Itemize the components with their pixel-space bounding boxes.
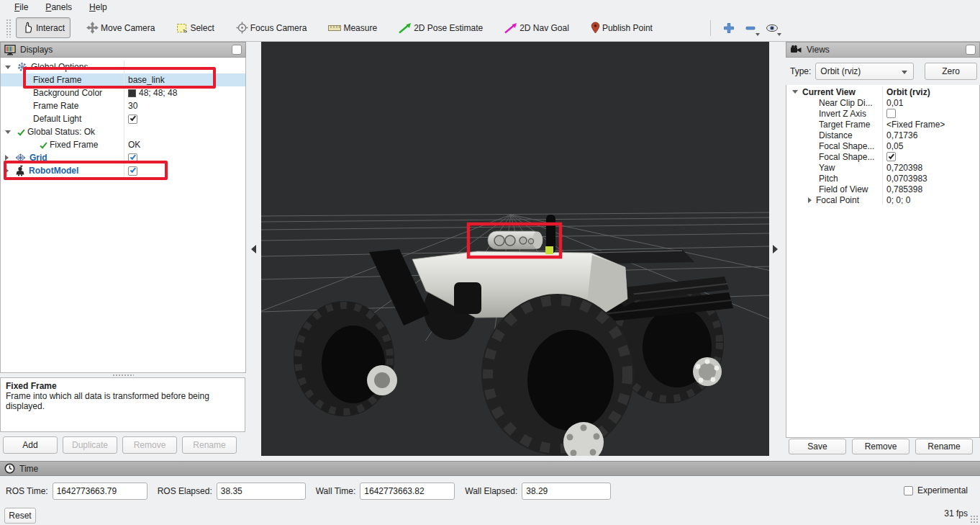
fixed-frame-value[interactable]: base_link: [124, 73, 245, 86]
display-row-default-light[interactable]: Default Light: [1, 112, 245, 125]
remove-tool-button[interactable]: [740, 19, 761, 37]
tool-label: Select: [190, 23, 214, 33]
view-row-near-clip[interactable]: Near Clip Di... 0,01: [786, 97, 979, 108]
interact-tool-button[interactable]: Interact: [16, 17, 71, 38]
left-splitter[interactable]: [246, 42, 261, 456]
rename-view-button[interactable]: Rename: [915, 439, 973, 454]
move-camera-icon: [86, 22, 99, 34]
invert-z-checkbox[interactable]: [886, 109, 896, 118]
reset-button[interactable]: Reset: [4, 508, 36, 524]
ros-time-input[interactable]: [53, 483, 148, 500]
view-row-field-of-view[interactable]: Field of View 0,785398: [786, 184, 979, 194]
render-viewport-3d[interactable]: [261, 42, 769, 456]
remove-view-button[interactable]: Remove: [852, 439, 909, 454]
tool-label: 2D Pose Estimate: [414, 23, 483, 33]
display-row-grid[interactable]: Grid: [1, 151, 245, 164]
grid-checkbox[interactable]: [128, 153, 137, 163]
experimental-checkbox[interactable]: [904, 486, 913, 495]
remove-button[interactable]: Remove: [122, 436, 177, 454]
view-row-current-view[interactable]: Current View Orbit (rviz): [786, 86, 979, 97]
displays-panel-title: Displays: [20, 45, 227, 55]
display-row-frame-rate[interactable]: Frame Rate 30: [1, 99, 245, 112]
add-tool-button[interactable]: [718, 19, 740, 37]
background-color-value[interactable]: 48; 48; 48: [124, 86, 245, 99]
tool-label: Move Camera: [101, 23, 155, 33]
tool-visibility-button[interactable]: [761, 19, 783, 37]
hand-icon: [22, 22, 34, 34]
toolbar-drag-handle[interactable]: [6, 19, 12, 37]
wall-elapsed-input[interactable]: [522, 483, 611, 500]
expand-down-icon[interactable]: [792, 90, 798, 94]
display-row-global-status[interactable]: Global Status: Ok: [1, 125, 245, 138]
rviz-window: { "colors": { "viewport_background": "#2…: [0, 0, 980, 525]
frame-rate-value[interactable]: 30: [124, 99, 245, 112]
rename-button[interactable]: Rename: [182, 436, 237, 454]
status-ok-check-icon: [40, 141, 47, 149]
collapse-right-arrow-icon[interactable]: [773, 245, 778, 253]
add-tool-plus-icon: [723, 22, 735, 34]
add-button[interactable]: Add: [3, 436, 58, 454]
panel-float-button[interactable]: [232, 45, 242, 55]
focus-camera-icon: [236, 22, 248, 34]
measure-tool-button[interactable]: Measure: [322, 19, 383, 37]
robot-wheel-center: [481, 294, 634, 456]
chevron-down-icon: [902, 71, 907, 74]
displays-panel-header[interactable]: Displays: [0, 42, 246, 58]
ros-elapsed-input[interactable]: [217, 483, 306, 500]
tool-label: Measure: [343, 23, 377, 33]
menu-help[interactable]: Help: [82, 1, 114, 14]
pose-estimate-tool-button[interactable]: 2D Pose Estimate: [393, 18, 489, 38]
publish-point-tool-button[interactable]: Publish Point: [585, 17, 658, 38]
view-row-focal-shape-fixed[interactable]: Focal Shape...: [786, 151, 979, 162]
menu-panels[interactable]: Panels: [38, 1, 79, 14]
views-tree: Current View Orbit (rviz) Near Clip Di..…: [786, 85, 980, 438]
save-button[interactable]: Save: [789, 439, 846, 454]
displays-panel: Displays Global Options Fixed Frame base…: [0, 42, 246, 454]
robotmodel-checkbox[interactable]: [128, 166, 137, 176]
views-panel-header[interactable]: Views: [786, 42, 980, 58]
display-row-fixed-frame[interactable]: Fixed Frame base_link: [1, 73, 245, 86]
expand-right-icon[interactable]: [808, 197, 812, 203]
move-camera-tool-button[interactable]: Move Camera: [81, 17, 160, 38]
view-row-yaw[interactable]: Yaw 0,720398: [786, 162, 979, 173]
expand-down-icon[interactable]: [5, 66, 11, 69]
view-row-focal-shape-size[interactable]: Focal Shape... 0,05: [786, 140, 979, 151]
wall-time-input[interactable]: [360, 483, 455, 500]
collapse-left-arrow-icon[interactable]: [251, 245, 256, 253]
display-row-global-options[interactable]: Global Options: [1, 60, 245, 73]
time-panel-header[interactable]: Time: [0, 461, 980, 476]
panel-float-button[interactable]: [966, 45, 976, 55]
default-light-checkbox[interactable]: [128, 115, 137, 124]
view-row-pitch[interactable]: Pitch 0,0703983: [786, 173, 979, 184]
expand-right-icon[interactable]: [5, 155, 9, 161]
views-panel-title: Views: [807, 45, 961, 55]
display-row-robotmodel[interactable]: RobotModel: [1, 164, 245, 177]
zero-button[interactable]: Zero: [925, 63, 977, 80]
property-help-box: Fixed Frame Frame into which all data is…: [0, 377, 245, 432]
tool-label: Focus Camera: [250, 23, 307, 33]
display-row-fixed-frame-status[interactable]: Fixed Frame OK: [1, 138, 245, 151]
view-row-invert-z[interactable]: Invert Z Axis: [786, 108, 979, 119]
dropdown-arrow-icon: [756, 33, 760, 36]
right-splitter[interactable]: [769, 42, 786, 456]
window-resize-grip[interactable]: [970, 515, 979, 524]
view-type-combobox[interactable]: Orbit (rviz): [815, 63, 914, 80]
view-row-target-frame[interactable]: Target Frame <Fixed Frame>: [786, 119, 979, 130]
nav-goal-arrow-icon: [504, 22, 517, 34]
expand-right-icon[interactable]: [5, 168, 9, 174]
expand-down-icon[interactable]: [5, 130, 11, 134]
duplicate-button[interactable]: Duplicate: [63, 436, 117, 454]
display-row-background-color[interactable]: Background Color 48; 48; 48: [1, 86, 245, 99]
view-row-focal-point[interactable]: Focal Point 0; 0; 0: [786, 194, 979, 205]
clock-icon: [4, 463, 15, 474]
focal-shape-checkbox[interactable]: [886, 152, 896, 161]
view-row-distance[interactable]: Distance 0,71736: [786, 130, 979, 140]
time-panel: Time ROS Time: ROS Elapsed: Wall Time: W…: [0, 461, 980, 525]
toolbar-separator: [710, 20, 711, 36]
menu-file[interactable]: File: [7, 1, 35, 14]
dropdown-arrow-icon: [777, 33, 781, 36]
select-tool-button[interactable]: Select: [171, 18, 219, 38]
experimental-label: Experimental: [917, 485, 968, 495]
focus-camera-tool-button[interactable]: Focus Camera: [230, 17, 313, 38]
nav-goal-tool-button[interactable]: 2D Nav Goal: [499, 18, 575, 38]
